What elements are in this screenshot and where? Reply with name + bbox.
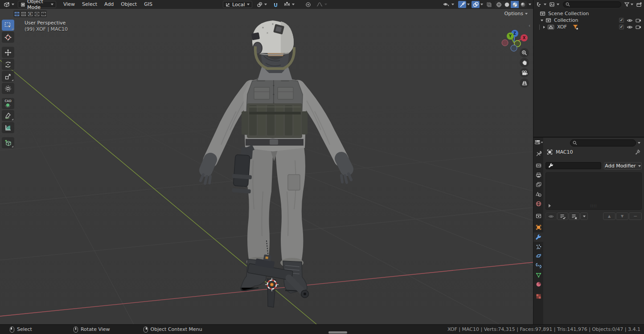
tab-constraints[interactable] [533,261,543,270]
tool-move[interactable] [2,47,14,58]
tab-physics[interactable] [533,251,543,261]
outliner-editor-type-button[interactable] [535,1,547,8]
menu-view[interactable]: View [60,0,78,9]
stack-extras-dropdown[interactable] [580,212,588,220]
toggle-ortho-button[interactable] [520,78,529,88]
tool-measure[interactable] [2,122,14,133]
tool-transform[interactable] [2,83,14,94]
shading-rendered-button[interactable] [519,1,527,8]
gizmo-x-neg[interactable] [502,40,508,46]
mode-select[interactable]: Object Mode [18,1,56,8]
show-gizmo-toggle[interactable] [458,1,466,8]
outliner-row-xof[interactable]: XOF ✓ [533,24,644,30]
chevron-down-icon[interactable] [467,4,470,5]
outliner-display-mode-button[interactable] [548,1,560,8]
menu-object[interactable]: Object [117,0,140,9]
outliner-search-input[interactable] [563,1,621,8]
editor-type-button[interactable] [3,1,15,8]
pin-icon[interactable] [635,149,640,155]
shading-wireframe-button[interactable] [495,1,503,8]
render-camera-icon[interactable] [636,18,641,23]
hide-eye-icon[interactable] [627,18,633,23]
shading-solid-button[interactable] [503,1,511,8]
snap-toggle[interactable] [271,1,279,8]
stack-expand-arrow[interactable] [549,204,551,208]
remove-all-button[interactable] [569,212,580,220]
chevron-down-icon[interactable] [631,4,633,5]
object-types-visibility[interactable] [441,1,456,8]
tab-tool[interactable] [533,149,543,159]
tool-cursor[interactable] [2,32,14,43]
tab-material[interactable] [533,280,543,289]
move-up-button[interactable]: ▲ [603,212,615,220]
camera-view-button[interactable] [520,68,529,77]
disclosure-closed-icon[interactable] [543,26,545,29]
tool-rotate[interactable] [2,59,14,70]
snap-to-select[interactable] [282,1,297,8]
hide-eye-icon[interactable] [627,25,633,29]
sidebar-collapse-arrow[interactable]: ‹ [529,23,530,28]
select-mode-intersect[interactable]: · [40,10,47,17]
tool-annotate[interactable] [2,110,14,121]
chevron-down-icon[interactable] [529,4,531,5]
resize-grip[interactable]: :::: [591,204,597,208]
add-modifier-button[interactable]: Add Modifier [604,162,642,170]
region-divider-vertical[interactable] [533,0,533,324]
disclosure-open-icon[interactable] [541,20,543,21]
outliner-row-scene-collection[interactable]: Scene Collection [533,10,644,17]
proportional-editing-toggle[interactable] [304,1,312,8]
shading-material-button[interactable] [511,1,519,8]
zoom-view-button[interactable] [520,48,529,57]
collection-checkbox[interactable]: ✓ [619,18,624,23]
apply-all-button[interactable] [557,212,568,220]
tool-scale[interactable] [2,71,14,82]
tab-output[interactable] [533,171,543,180]
tab-modifiers[interactable] [533,232,543,242]
tab-object-data[interactable] [533,270,543,280]
filter-icon[interactable] [624,2,630,7]
menu-select[interactable]: Select [78,0,101,9]
tab-world[interactable] [533,199,543,208]
soldier-model[interactable] [201,20,351,293]
object-name[interactable]: MAC10 [556,149,573,155]
region-divider-horizontal[interactable] [533,137,644,138]
properties-editor-type-button[interactable] [534,139,543,145]
render-camera-icon[interactable] [636,25,641,29]
stack-visibility-button[interactable] [546,212,557,220]
outliner-row-collection[interactable]: Collection ✓ [533,17,644,24]
options-dropdown[interactable]: Options [505,11,528,16]
tool-select-box[interactable] [2,20,14,31]
menu-add[interactable]: Add [101,0,117,9]
tab-render[interactable] [533,161,543,170]
xray-toggle[interactable] [485,1,493,8]
tab-collection[interactable] [533,211,543,220]
new-collection-icon[interactable] [636,2,642,8]
pivot-point-select[interactable] [254,1,269,8]
transform-orientation-select[interactable]: Local [223,1,252,8]
tool-add-primitive[interactable] [2,137,14,148]
menu-gis[interactable]: GIS [140,0,156,9]
chevron-down-icon[interactable] [480,4,483,5]
move-view-button[interactable] [520,58,529,67]
gizmo-z-neg[interactable] [511,45,517,51]
properties-options-chevron[interactable] [638,142,640,144]
modifier-search-field[interactable] [546,162,601,169]
select-mode-extend[interactable]: + [27,10,33,17]
select-mode-tweak[interactable] [13,10,20,17]
tool-cad-sketcher[interactable]: CAD [2,98,14,109]
remove-button[interactable]: − [629,212,642,220]
tab-particles[interactable] [533,242,543,252]
select-mode-subtract[interactable]: − [33,10,40,17]
proportional-falloff-select[interactable] [314,1,329,8]
tab-texture[interactable] [533,292,543,301]
properties-search-input[interactable] [570,139,636,147]
show-overlays-toggle[interactable] [472,1,480,8]
modifier-stack-list[interactable]: :::: [546,172,642,210]
select-mode-box[interactable] [20,10,27,17]
tab-scene[interactable] [533,190,543,199]
move-down-button[interactable]: ▼ [616,212,628,220]
viewport-3d[interactable]: + − · Options User Perspective (99) XOF … [0,9,533,324]
tab-object[interactable] [533,223,543,232]
object-checkbox[interactable]: ✓ [619,24,624,29]
tab-view-layer[interactable] [533,180,543,189]
